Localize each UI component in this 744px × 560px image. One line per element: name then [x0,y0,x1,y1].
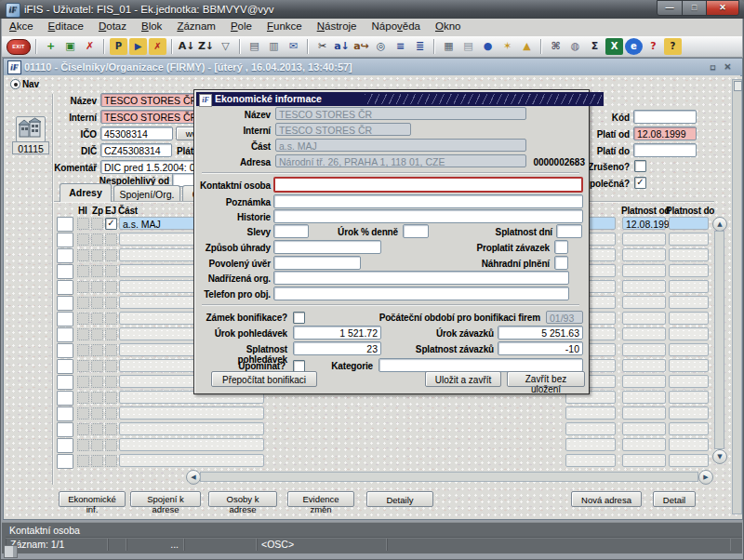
hi-checkbox[interactable] [77,218,89,230]
cell-platnost-do[interactable] [669,391,709,404]
hi-checkbox[interactable] [77,407,89,420]
zp-checkbox[interactable] [91,344,103,356]
zp-checkbox[interactable] [91,328,103,340]
cell-platnost-od[interactable] [622,248,666,261]
hi-checkbox[interactable] [77,344,89,356]
menu-dotaz[interactable]: Dotaz [91,19,134,32]
zp-checkbox[interactable] [91,455,103,467]
zp-checkbox[interactable] [91,297,103,309]
menu-zaznam[interactable]: Záznam [169,19,223,32]
mail-icon[interactable]: ✉ [285,38,302,55]
cell-hidden[interactable] [565,407,616,420]
zp-checkbox[interactable] [91,439,103,451]
cell-platnost-do[interactable] [669,438,709,451]
nova-adresa-button[interactable]: Nová adresa [571,491,642,507]
ej-checkbox[interactable] [105,360,117,372]
notes-icon[interactable]: ▤ [459,38,477,55]
prepocitat-bonifikaci-button[interactable]: Přepočítat bonifikaci [211,371,317,387]
row-selector[interactable] [57,264,73,279]
help-wizard-icon[interactable]: ? [644,38,662,55]
ej-checkbox[interactable] [105,392,117,404]
wheel-icon[interactable]: ✶ [498,38,516,55]
hi-checkbox[interactable] [77,439,89,451]
canvas-scroll-strip[interactable] [732,79,742,514]
cancel-query-icon[interactable]: ✗ [149,38,166,55]
row-selector[interactable] [57,296,73,311]
detail-button[interactable]: Detail [653,491,696,507]
tree-list-icon[interactable]: ≣ [411,38,429,55]
close-button[interactable]: ✕ [706,0,739,16]
poznamka-field[interactable] [273,194,583,208]
cell-cast[interactable] [119,438,264,451]
minimize-button[interactable]: — [657,0,683,16]
footer-button-4[interactable]: Evidence změn [287,491,354,507]
row-selector[interactable] [57,438,73,453]
find-icon[interactable]: ◎ [372,38,390,55]
browser-icon[interactable]: e [625,38,643,55]
menu-akce[interactable]: Akce [2,19,41,32]
cell-platnost-od[interactable] [622,359,666,372]
cell-platnost-od[interactable] [622,391,666,404]
zp-checkbox[interactable] [91,249,103,261]
ej-checkbox[interactable] [105,376,117,388]
help-icon[interactable]: ? [664,38,682,55]
print-icon[interactable]: ▤ [246,38,263,55]
kategorie-field[interactable] [379,358,583,372]
zpusob-uhrady-field[interactable] [273,240,381,254]
cell-platnost-do[interactable] [669,407,709,420]
splatnost-pohledavek-field[interactable] [293,341,381,355]
menu-editace[interactable]: Editace [41,19,91,32]
footer-button-1[interactable]: Ekonomické inf. [59,491,126,507]
ej-checkbox[interactable] [105,455,117,467]
alert-icon[interactable]: ▲ [518,38,536,55]
hi-checkbox[interactable] [77,313,89,325]
povoleny-uver-field[interactable] [273,256,361,270]
cell-platnost-od[interactable] [622,296,666,309]
row-selector[interactable] [57,407,73,421]
calendar-icon[interactable]: ▦ [440,38,458,55]
cell-platnost-do[interactable] [669,375,709,388]
hi-checkbox[interactable] [77,233,89,246]
tab-spojeni-org[interactable]: Spojení/Org. [113,185,180,202]
dic-field[interactable] [100,143,172,157]
ico-field[interactable] [100,127,173,140]
cell-platnost-do[interactable] [669,264,709,277]
splatnost-dni-field[interactable] [556,224,582,238]
hi-checkbox[interactable] [77,265,89,277]
ej-checkbox[interactable] [105,423,117,435]
sigma-icon[interactable]: Σ [586,38,604,55]
zp-checkbox[interactable] [91,360,103,372]
hi-checkbox[interactable] [77,423,89,435]
nadrizena-org-field[interactable] [273,271,569,285]
zp-checkbox[interactable] [91,281,103,293]
cell-platnost-do[interactable] [669,422,709,435]
hi-checkbox[interactable] [77,360,89,372]
zp-checkbox[interactable] [91,265,103,277]
tab-adresy[interactable]: Adresy [60,183,112,202]
historie-field[interactable] [273,209,583,223]
row-selector[interactable] [57,454,73,469]
cell-platnost-do[interactable] [669,312,709,325]
telefon-obj-field[interactable] [273,287,569,300]
scroll-down-arrow[interactable]: ▼ [712,449,727,464]
zp-checkbox[interactable] [91,392,103,404]
cut-icon[interactable]: ✂ [313,38,331,55]
footer-button-2[interactable]: Spojení k adrese [130,491,201,507]
cell-platnost-od[interactable] [622,312,666,325]
ej-checkbox[interactable] [105,328,117,340]
cell-cast[interactable] [119,422,264,435]
row-selector[interactable] [57,280,73,295]
zp-checkbox[interactable] [91,218,103,230]
row-selector[interactable] [57,233,73,247]
urok-zavazku-field[interactable] [498,326,583,340]
splatnost-zavazku-field[interactable] [498,341,583,355]
cell-platnost-do[interactable] [669,327,709,340]
excel-icon[interactable]: X [605,38,623,55]
hi-checkbox[interactable] [77,249,89,261]
cell-platnost-od[interactable]: 12.08.1999 [622,217,666,230]
execute-query-icon[interactable]: ▶ [129,38,147,55]
ej-checkbox[interactable] [105,281,117,293]
duplicate-record-icon[interactable]: ▣ [61,38,79,55]
hi-checkbox[interactable] [77,376,89,388]
copy-icon[interactable]: a↓ [333,38,351,55]
